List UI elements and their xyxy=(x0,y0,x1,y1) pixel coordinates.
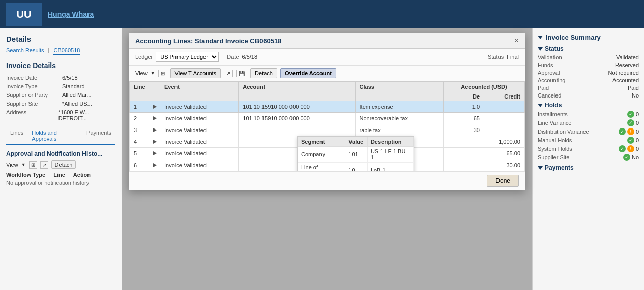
date-field: Date 6/5/18 xyxy=(227,54,257,60)
collapse-icon[interactable] xyxy=(538,104,543,107)
cell-account: 101 10 15910 000 000 000 xyxy=(239,101,355,113)
right-row: AccountingAccounted xyxy=(538,77,639,83)
export-toolbar-icon[interactable]: ↗ xyxy=(224,70,233,77)
field-label: Invoice Type xyxy=(6,83,62,89)
cell-expand[interactable] xyxy=(150,136,160,148)
cell-credit xyxy=(484,124,525,136)
detach-modal-button[interactable]: Detach xyxy=(250,68,277,78)
field-row: Address*1600 E W... DETROIT... xyxy=(6,109,115,121)
field-row: Supplier Site*Allied US... xyxy=(6,101,115,107)
label: Approval xyxy=(538,70,560,76)
modal-footer: Done xyxy=(129,171,525,190)
label: Manual Holds xyxy=(538,137,572,143)
tooltip-table: Segment Value Description Company101US 1… xyxy=(298,137,414,171)
orange-badge2: ✓!0 xyxy=(619,145,639,152)
system-holds-row: System Holds ✓!0 xyxy=(538,145,639,152)
workflow-cols: Workflow Type Line Action xyxy=(6,172,115,178)
export-icon[interactable]: ↗ xyxy=(40,161,48,169)
status-label: Status xyxy=(488,54,504,60)
cell-expand[interactable] xyxy=(150,148,160,159)
tab-payments[interactable]: Payments xyxy=(82,127,115,144)
payments-section: Payments xyxy=(538,164,639,171)
value: Not required xyxy=(608,70,639,76)
override-account-button[interactable]: Override Account xyxy=(280,68,336,78)
holds-header: Holds xyxy=(538,102,639,109)
cell-expand[interactable] xyxy=(150,159,160,171)
label: Distribution Variance xyxy=(538,128,589,135)
table-icon[interactable]: ⊞ xyxy=(29,161,37,169)
modal-close-button[interactable]: × xyxy=(514,37,519,45)
date-label: Date xyxy=(227,54,239,60)
cell-class: rable tax xyxy=(355,124,443,136)
cell-debit xyxy=(444,148,484,159)
cell-event: Invoice Validated xyxy=(160,124,239,136)
cell-expand[interactable] xyxy=(150,113,160,124)
cell-line: 1 xyxy=(130,101,150,113)
cell-expand[interactable] xyxy=(150,124,160,136)
done-button[interactable]: Done xyxy=(487,175,519,187)
view-label: View xyxy=(6,162,18,168)
app-logo: UU xyxy=(6,3,42,26)
cell-credit xyxy=(484,101,525,113)
holds-section: Holds Installments ✓0 Line Variance ✓0 D… xyxy=(538,102,639,161)
col-event: Event xyxy=(160,82,239,92)
cell-credit: 1,000.00 xyxy=(484,136,525,148)
table-row[interactable]: 2 Invoice Validated 101 10 15910 000 000… xyxy=(130,113,525,124)
invoice-summary-title: Invoice Summary xyxy=(538,34,639,41)
field-value: 6/5/18 xyxy=(62,75,78,81)
ledger-select[interactable]: US Primary Ledger xyxy=(156,52,219,62)
table-row[interactable]: 3 Invoice Validated rable tax 30 xyxy=(130,124,525,136)
breadcrumb-active[interactable]: CB060518 xyxy=(53,47,80,55)
col-credit: Credit xyxy=(484,92,525,101)
view-toolbar-icon[interactable]: ▼ xyxy=(151,71,155,76)
tab-holds[interactable]: Holds and Approvals xyxy=(27,127,82,145)
right-row: CanceledNo xyxy=(538,92,639,99)
label: System Holds xyxy=(538,146,572,152)
triangle-icon xyxy=(538,36,543,39)
label: Validation xyxy=(538,54,562,60)
collapse-icon[interactable] xyxy=(538,47,543,51)
table-layout-icon[interactable]: ⊞ xyxy=(158,70,167,77)
field-value: *Allied US... xyxy=(62,101,92,107)
app-username: Hunga Whara xyxy=(48,10,94,18)
cell-expand[interactable] xyxy=(150,101,160,113)
cell-line: 3 xyxy=(130,124,150,136)
detach-btn[interactable]: Detach xyxy=(51,160,76,169)
col-class: Class xyxy=(355,82,443,92)
field-label: Invoice Date xyxy=(6,75,62,81)
cell-debit: 65 xyxy=(444,113,484,124)
cell-event: Invoice Validated xyxy=(160,113,239,124)
tooltip-row: Company101US 1 LE 1 BU 1 xyxy=(298,147,414,163)
col-debit: De xyxy=(444,92,484,101)
modal-header: Accounting Lines: Standard Invoice CB060… xyxy=(129,33,525,49)
tab-lines[interactable]: Lines xyxy=(6,127,27,144)
invoice-details-title: Invoice Details xyxy=(6,61,115,70)
cell-debit: 1.0 xyxy=(444,101,484,113)
app-header: UU Hunga Whara xyxy=(0,0,644,28)
save-icon[interactable]: 💾 xyxy=(236,70,247,77)
cell-credit xyxy=(484,113,525,124)
status-value: Final xyxy=(507,54,519,60)
cell-class: Nonrecoverable tax xyxy=(355,113,443,124)
label: Accounting xyxy=(538,77,565,83)
table-row[interactable]: 1 Invoice Validated 101 10 15910 000 000… xyxy=(130,101,525,113)
payments-header: Payments xyxy=(538,164,639,171)
t-accounts-button[interactable]: View T-Accounts xyxy=(170,68,221,78)
view-label: View xyxy=(135,70,148,76)
orange-badge: ✓!0 xyxy=(619,128,639,135)
value: Paid xyxy=(628,85,639,91)
modal-overlay: Accounting Lines: Standard Invoice CB060… xyxy=(122,28,532,290)
collapse-icon[interactable] xyxy=(538,166,543,170)
cell-account: 101 10 15910 000 000 000 xyxy=(239,113,355,124)
green-badge: ✓0 xyxy=(627,119,639,126)
status-section: Status ValidationValidated FundsReserved… xyxy=(538,45,639,99)
breadcrumb-search[interactable]: Search Results xyxy=(6,47,44,55)
cell-line: 6 xyxy=(130,159,150,171)
manual-holds-row: Manual Holds ✓0 xyxy=(538,137,639,144)
view-dropdown-icon[interactable]: ▼ xyxy=(21,162,26,167)
field-row: Invoice Date6/5/18 xyxy=(6,75,115,81)
status-section-header: Status xyxy=(538,45,639,52)
value: Validated xyxy=(616,54,639,60)
view-bar: View ▼ ⊞ ↗ Detach xyxy=(6,160,115,169)
date-value: 6/5/18 xyxy=(242,54,258,60)
